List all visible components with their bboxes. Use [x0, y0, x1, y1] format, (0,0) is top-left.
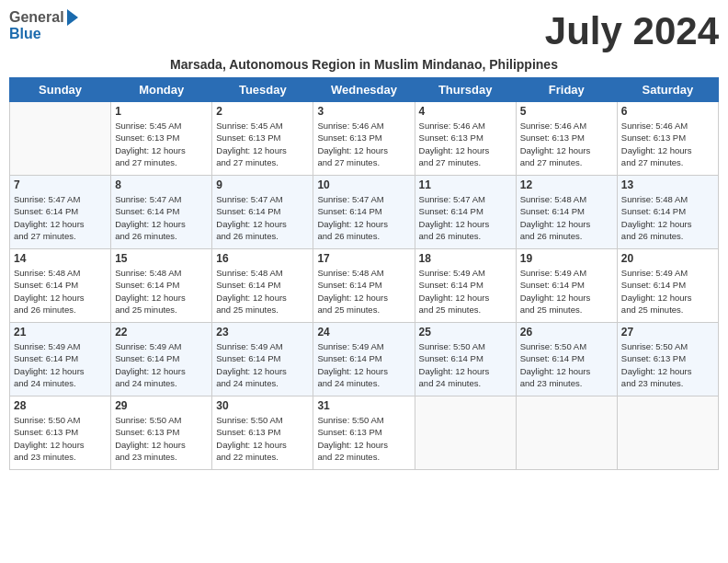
cell-daylight-info: Sunrise: 5:49 AMSunset: 6:14 PMDaylight:… — [14, 340, 107, 389]
table-row: 17Sunrise: 5:48 AMSunset: 6:14 PMDayligh… — [313, 249, 415, 323]
cell-daylight-info: Sunrise: 5:50 AMSunset: 6:13 PMDaylight:… — [317, 414, 410, 463]
cell-daylight-info: Sunrise: 5:47 AMSunset: 6:14 PMDaylight:… — [317, 193, 410, 242]
calendar-week-row: 7Sunrise: 5:47 AMSunset: 6:14 PMDaylight… — [10, 176, 719, 249]
calendar-subtitle: Marsada, Autonomous Region in Muslim Min… — [9, 57, 719, 72]
day-number: 24 — [317, 326, 410, 339]
table-row: 7Sunrise: 5:47 AMSunset: 6:14 PMDaylight… — [10, 176, 111, 249]
cell-daylight-info: Sunrise: 5:48 AMSunset: 6:14 PMDaylight:… — [520, 193, 613, 242]
table-row: 10Sunrise: 5:47 AMSunset: 6:14 PMDayligh… — [313, 176, 415, 249]
table-row: 22Sunrise: 5:49 AMSunset: 6:14 PMDayligh… — [111, 323, 212, 396]
cell-daylight-info: Sunrise: 5:50 AMSunset: 6:13 PMDaylight:… — [14, 414, 107, 463]
table-row: 15Sunrise: 5:48 AMSunset: 6:14 PMDayligh… — [111, 249, 212, 323]
table-row: 9Sunrise: 5:47 AMSunset: 6:14 PMDaylight… — [212, 176, 313, 249]
day-number: 10 — [317, 178, 410, 191]
cell-daylight-info: Sunrise: 5:48 AMSunset: 6:14 PMDaylight:… — [14, 267, 107, 316]
cell-daylight-info: Sunrise: 5:49 AMSunset: 6:14 PMDaylight:… — [621, 267, 714, 316]
cell-daylight-info: Sunrise: 5:46 AMSunset: 6:13 PMDaylight:… — [419, 120, 512, 168]
day-number: 23 — [216, 326, 309, 339]
table-row: 25Sunrise: 5:50 AMSunset: 6:14 PMDayligh… — [415, 323, 516, 396]
col-friday: Friday — [516, 78, 617, 102]
day-number: 25 — [419, 326, 512, 339]
logo: General Blue — [9, 9, 78, 42]
day-number: 4 — [419, 105, 512, 118]
cell-daylight-info: Sunrise: 5:45 AMSunset: 6:13 PMDaylight:… — [216, 120, 309, 168]
day-number: 6 — [621, 105, 714, 118]
day-number: 1 — [115, 105, 208, 118]
day-number: 30 — [216, 399, 309, 412]
cell-daylight-info: Sunrise: 5:46 AMSunset: 6:13 PMDaylight:… — [317, 120, 410, 168]
table-row: 21Sunrise: 5:49 AMSunset: 6:14 PMDayligh… — [10, 323, 111, 396]
day-number: 22 — [115, 326, 208, 339]
day-number: 15 — [115, 252, 208, 265]
table-row: 2Sunrise: 5:45 AMSunset: 6:13 PMDaylight… — [212, 102, 313, 176]
cell-daylight-info: Sunrise: 5:50 AMSunset: 6:14 PMDaylight:… — [520, 340, 613, 389]
col-sunday: Sunday — [10, 78, 111, 102]
table-row: 3Sunrise: 5:46 AMSunset: 6:13 PMDaylight… — [313, 102, 415, 176]
cell-daylight-info: Sunrise: 5:47 AMSunset: 6:14 PMDaylight:… — [14, 193, 107, 242]
cell-daylight-info: Sunrise: 5:48 AMSunset: 6:14 PMDaylight:… — [621, 193, 714, 242]
table-row: 12Sunrise: 5:48 AMSunset: 6:14 PMDayligh… — [516, 176, 617, 249]
cell-daylight-info: Sunrise: 5:48 AMSunset: 6:14 PMDaylight:… — [216, 267, 309, 316]
day-number: 27 — [621, 326, 714, 339]
day-number: 17 — [317, 252, 410, 265]
col-monday: Monday — [111, 78, 212, 102]
day-number: 14 — [14, 252, 107, 265]
cell-daylight-info: Sunrise: 5:48 AMSunset: 6:14 PMDaylight:… — [115, 267, 208, 316]
table-row: 27Sunrise: 5:50 AMSunset: 6:13 PMDayligh… — [617, 323, 718, 396]
month-title: July 2024 — [545, 9, 719, 53]
table-row: 23Sunrise: 5:49 AMSunset: 6:14 PMDayligh… — [212, 323, 313, 396]
table-row: 4Sunrise: 5:46 AMSunset: 6:13 PMDaylight… — [415, 102, 516, 176]
table-row: 26Sunrise: 5:50 AMSunset: 6:14 PMDayligh… — [516, 323, 617, 396]
cell-daylight-info: Sunrise: 5:47 AMSunset: 6:14 PMDaylight:… — [419, 193, 512, 242]
day-number: 28 — [14, 399, 107, 412]
cell-daylight-info: Sunrise: 5:50 AMSunset: 6:13 PMDaylight:… — [621, 340, 714, 389]
header: General Blue July 2024 — [9, 9, 719, 53]
cell-daylight-info: Sunrise: 5:46 AMSunset: 6:13 PMDaylight:… — [520, 120, 613, 168]
calendar-week-row: 14Sunrise: 5:48 AMSunset: 6:14 PMDayligh… — [10, 249, 719, 323]
cell-daylight-info: Sunrise: 5:49 AMSunset: 6:14 PMDaylight:… — [317, 340, 410, 389]
calendar-header-row: Sunday Monday Tuesday Wednesday Thursday… — [10, 78, 719, 102]
logo-general: General — [9, 9, 64, 26]
cell-daylight-info: Sunrise: 5:50 AMSunset: 6:13 PMDaylight:… — [115, 414, 208, 463]
cell-daylight-info: Sunrise: 5:47 AMSunset: 6:14 PMDaylight:… — [115, 193, 208, 242]
table-row: 16Sunrise: 5:48 AMSunset: 6:14 PMDayligh… — [212, 249, 313, 323]
day-number: 29 — [115, 399, 208, 412]
day-number: 13 — [621, 178, 714, 191]
cell-daylight-info: Sunrise: 5:48 AMSunset: 6:14 PMDaylight:… — [317, 267, 410, 316]
table-row: 31Sunrise: 5:50 AMSunset: 6:13 PMDayligh… — [313, 396, 415, 470]
cell-daylight-info: Sunrise: 5:50 AMSunset: 6:14 PMDaylight:… — [419, 340, 512, 389]
day-number: 21 — [14, 326, 107, 339]
day-number: 31 — [317, 399, 410, 412]
calendar-week-row: 1Sunrise: 5:45 AMSunset: 6:13 PMDaylight… — [10, 102, 719, 176]
day-number: 5 — [520, 105, 613, 118]
day-number: 18 — [419, 252, 512, 265]
table-row: 18Sunrise: 5:49 AMSunset: 6:14 PMDayligh… — [415, 249, 516, 323]
table-row: 19Sunrise: 5:49 AMSunset: 6:14 PMDayligh… — [516, 249, 617, 323]
table-row: 20Sunrise: 5:49 AMSunset: 6:14 PMDayligh… — [617, 249, 718, 323]
cell-daylight-info: Sunrise: 5:49 AMSunset: 6:14 PMDaylight:… — [216, 340, 309, 389]
day-number: 2 — [216, 105, 309, 118]
cell-daylight-info: Sunrise: 5:49 AMSunset: 6:14 PMDaylight:… — [419, 267, 512, 316]
page-container: General Blue July 2024 Marsada, Autonomo… — [9, 9, 719, 470]
cell-daylight-info: Sunrise: 5:47 AMSunset: 6:14 PMDaylight:… — [216, 193, 309, 242]
table-row: 11Sunrise: 5:47 AMSunset: 6:14 PMDayligh… — [415, 176, 516, 249]
table-row — [516, 396, 617, 470]
logo-blue: Blue — [9, 26, 41, 41]
col-tuesday: Tuesday — [212, 78, 313, 102]
table-row: 30Sunrise: 5:50 AMSunset: 6:13 PMDayligh… — [212, 396, 313, 470]
cell-daylight-info: Sunrise: 5:49 AMSunset: 6:14 PMDaylight:… — [520, 267, 613, 316]
col-thursday: Thursday — [415, 78, 516, 102]
col-wednesday: Wednesday — [313, 78, 415, 102]
cell-daylight-info: Sunrise: 5:50 AMSunset: 6:13 PMDaylight:… — [216, 414, 309, 463]
day-number: 19 — [520, 252, 613, 265]
calendar-week-row: 21Sunrise: 5:49 AMSunset: 6:14 PMDayligh… — [10, 323, 719, 396]
col-saturday: Saturday — [617, 78, 718, 102]
day-number: 3 — [317, 105, 410, 118]
table-row: 1Sunrise: 5:45 AMSunset: 6:13 PMDaylight… — [111, 102, 212, 176]
day-number: 20 — [621, 252, 714, 265]
calendar-week-row: 28Sunrise: 5:50 AMSunset: 6:13 PMDayligh… — [10, 396, 719, 470]
day-number: 16 — [216, 252, 309, 265]
day-number: 11 — [419, 178, 512, 191]
day-number: 9 — [216, 178, 309, 191]
cell-daylight-info: Sunrise: 5:46 AMSunset: 6:13 PMDaylight:… — [621, 120, 714, 168]
